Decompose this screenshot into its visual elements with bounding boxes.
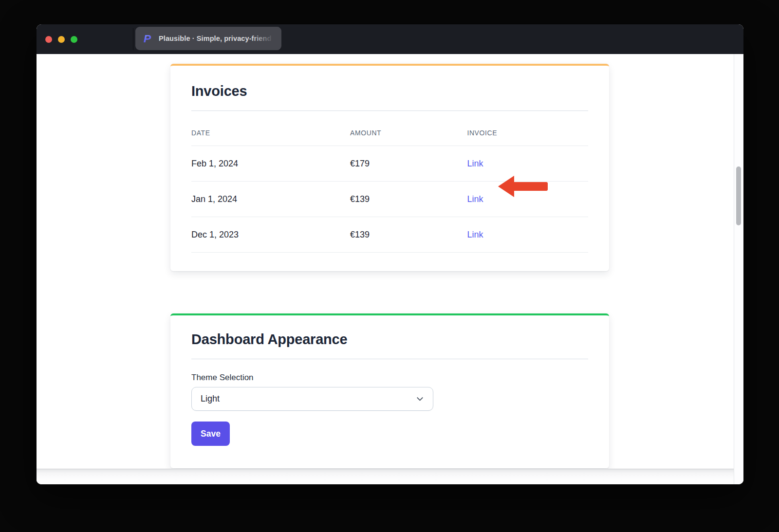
invoices-table-header: DATE AMOUNT INVOICE — [191, 111, 588, 146]
browser-titlebar: P Plausible · Simple, privacy-friend — [37, 24, 743, 54]
invoices-title: Invoices — [191, 83, 588, 99]
scrollbar-track[interactable] — [734, 54, 743, 484]
table-row: Dec 1, 2023 €139 Link — [191, 217, 588, 253]
invoice-link[interactable]: Link — [467, 230, 483, 239]
svg-text:P: P — [144, 33, 151, 45]
chevron-down-icon — [415, 394, 425, 404]
theme-selection-label: Theme Selection — [191, 372, 588, 383]
save-button[interactable]: Save — [191, 422, 230, 446]
minimize-window-button[interactable] — [58, 36, 65, 43]
plausible-logo-icon: P — [143, 33, 153, 45]
theme-select-value: Light — [201, 394, 220, 404]
invoice-date: Dec 1, 2023 — [191, 230, 350, 240]
invoice-link[interactable]: Link — [467, 159, 483, 168]
invoice-amount: €139 — [350, 194, 467, 204]
invoices-card: Invoices DATE AMOUNT INVOICE Feb 1, 2024… — [170, 64, 609, 271]
page-bottom-strip — [37, 469, 734, 484]
table-row: Feb 1, 2024 €179 Link — [191, 146, 588, 182]
tab-separator — [133, 28, 133, 50]
zoom-window-button[interactable] — [71, 36, 77, 43]
desktop-background: { "browser": { "tab_title": "Plausible ·… — [0, 0, 779, 532]
header-date: DATE — [191, 129, 350, 137]
invoice-link[interactable]: Link — [467, 194, 483, 204]
invoice-date: Feb 1, 2024 — [191, 159, 350, 169]
browser-tab[interactable]: P Plausible · Simple, privacy-friend — [135, 27, 281, 50]
invoice-date: Jan 1, 2024 — [191, 194, 350, 204]
traffic-lights — [45, 36, 77, 43]
tab-title: Plausible · Simple, privacy-friend — [159, 35, 271, 42]
dashboard-appearance-card: Dashboard Appearance Theme Selection Lig… — [170, 313, 609, 468]
appearance-title: Dashboard Appearance — [191, 331, 588, 348]
browser-window: P Plausible · Simple, privacy-friend Inv… — [37, 24, 743, 484]
invoice-amount: €179 — [350, 159, 467, 169]
title-divider — [191, 359, 588, 359]
header-amount: AMOUNT — [350, 129, 467, 137]
table-row: Jan 1, 2024 €139 Link — [191, 182, 588, 217]
page-content: Invoices DATE AMOUNT INVOICE Feb 1, 2024… — [37, 54, 743, 484]
theme-select[interactable]: Light — [191, 387, 433, 411]
close-window-button[interactable] — [45, 36, 52, 43]
header-invoice: INVOICE — [467, 129, 588, 137]
invoice-amount: €139 — [350, 230, 467, 240]
scrollbar-thumb[interactable] — [736, 166, 741, 225]
